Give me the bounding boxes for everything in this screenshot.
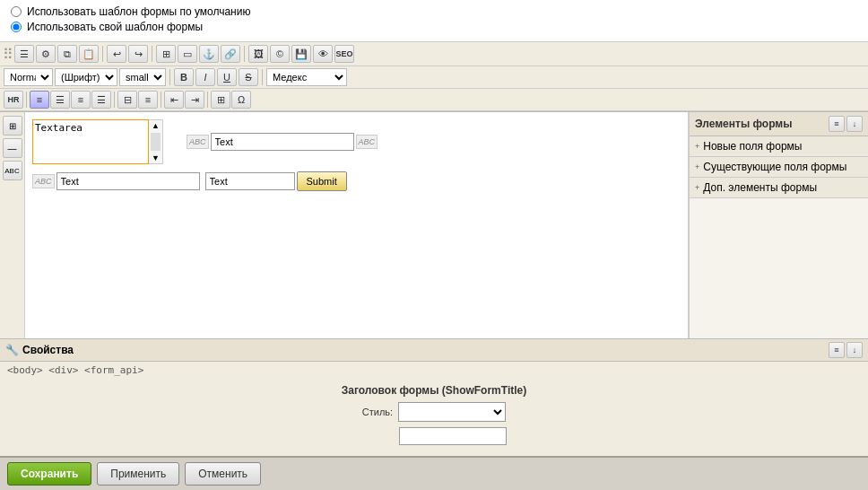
tb-icon-2[interactable]: ⚙ — [36, 45, 56, 63]
tb-italic[interactable]: I — [195, 68, 215, 86]
prop-text-input[interactable] — [399, 427, 507, 445]
save-button[interactable]: Сохранить — [7, 462, 91, 486]
sep1 — [102, 46, 103, 62]
text-input-left[interactable] — [56, 172, 200, 190]
text-input-bottom[interactable] — [205, 172, 295, 190]
font-face-select[interactable]: (Шрифт) — [55, 68, 117, 86]
option1-radio[interactable] — [11, 6, 22, 17]
properties-header-icons: ≡ ↓ — [829, 342, 863, 358]
panel-section-new: + Новые поля формы — [690, 136, 868, 157]
section-existing-label: Существующие поля формы — [703, 161, 846, 173]
option2-label[interactable]: Использовать свой шаблон формы — [11, 21, 857, 33]
prop-menu-icon[interactable]: ≡ — [829, 342, 845, 358]
expand-icon-existing: + — [695, 162, 699, 171]
tb-strike[interactable]: S — [239, 68, 258, 86]
tb-link[interactable]: 🔗 — [221, 45, 240, 63]
tb-icon-1[interactable]: ☰ — [14, 45, 34, 63]
right-panel: Элементы формы ≡ ↓ + Новые поля формы + … — [689, 112, 868, 338]
tb-indent-in[interactable]: ⇥ — [185, 91, 204, 109]
scroll-up-arrow[interactable]: ▲ — [149, 120, 162, 131]
left-icons: ⊞ — ABC — [0, 112, 25, 338]
tb-icon-3[interactable]: ⧉ — [57, 45, 77, 63]
tb-undo[interactable]: ↩ — [107, 45, 126, 63]
sep7 — [114, 92, 115, 108]
main-container: Использовать шаблон формы по умолчанию И… — [0, 0, 868, 490]
tb-ol[interactable]: ⊟ — [117, 91, 137, 109]
toolbar-area: ⠿ ☰ ⚙ ⧉ 📋 ↩ ↪ ⊞ ▭ ⚓ 🔗 🖼 © 💾 👁 SEO Normal — [0, 42, 868, 112]
tb-copyright[interactable]: © — [270, 45, 290, 63]
panel-section-extra: + Доп. элементы формы — [690, 178, 868, 198]
tb-seo[interactable]: SEO — [334, 45, 354, 63]
font-size-select[interactable]: small — [119, 68, 166, 86]
sep4 — [169, 69, 170, 85]
tb-indent-out[interactable]: ⇤ — [164, 91, 184, 109]
prop-style-select[interactable] — [398, 402, 506, 422]
form-row-2: ABC Submit — [32, 171, 681, 191]
right-panel-icons: ≡ ↓ — [829, 116, 863, 132]
panel-menu-icon[interactable]: ≡ — [829, 116, 845, 132]
content-area: ⊞ — ABC Textarea ▲ ▼ — [0, 112, 868, 338]
tb-icon-4[interactable]: 📋 — [79, 45, 99, 63]
font-style-select[interactable]: Normal — [4, 68, 53, 86]
sep6 — [26, 92, 27, 108]
editor-panel: Textarea ▲ ▼ ABC ABC — [25, 112, 689, 338]
tb-hr[interactable]: HR — [4, 91, 23, 109]
tb-underline[interactable]: U — [217, 68, 237, 86]
font-family-select[interactable]: Медекс — [266, 68, 347, 86]
bottom-bar: Сохранить Применить Отменить — [0, 456, 868, 490]
drag-handle-icon: ⠿ — [4, 45, 13, 63]
scroll-thumb — [151, 133, 161, 151]
top-options: Использовать шаблон формы по умолчанию И… — [0, 0, 868, 42]
form-textarea[interactable]: Textarea — [32, 119, 149, 164]
left-icon-toggle[interactable]: ⊞ — [3, 116, 22, 136]
toolbar-row3: HR ≡ ☰ ≡ ☰ ⊟ ≡ ⇤ ⇥ ⊞ Ω — [0, 89, 868, 111]
tb-align-center[interactable]: ☰ — [50, 91, 70, 109]
tb-img[interactable]: 🖼 — [248, 45, 268, 63]
abc-label-left: ABC — [32, 174, 55, 188]
scroll-down-arrow[interactable]: ▼ — [149, 153, 162, 163]
tb-save[interactable]: 💾 — [291, 45, 311, 63]
sep3 — [244, 46, 245, 62]
tb-anchor[interactable]: ⚓ — [199, 45, 219, 63]
tb-preview[interactable]: 👁 — [313, 45, 333, 63]
left-icon-abc[interactable]: ABC — [3, 161, 22, 180]
panel-section-extra-header[interactable]: + Доп. элементы формы — [690, 178, 868, 197]
tb-align-left-active[interactable]: ≡ — [30, 91, 49, 109]
panel-download-icon[interactable]: ↓ — [846, 116, 863, 132]
panel-section-new-header[interactable]: + Новые поля формы — [690, 136, 868, 156]
prop-form-title: Заголовок формы (ShowFormTitle) — [7, 384, 861, 397]
cancel-button[interactable]: Отменить — [185, 462, 261, 486]
textarea-wrapper: Textarea ▲ ▼ — [32, 119, 163, 164]
apply-button[interactable]: Применить — [97, 462, 179, 486]
right-panel-title: Элементы формы — [695, 118, 792, 130]
tb-ul[interactable]: ≡ — [138, 91, 158, 109]
text-field-right-wrapper: ABC ABC — [187, 133, 378, 151]
right-panel-header: Элементы формы ≡ ↓ — [690, 112, 868, 136]
abc-label-right2: ABC — [356, 135, 378, 149]
textarea-scrollbar: ▲ ▼ — [149, 119, 163, 164]
abc-label-right: ABC — [187, 135, 209, 149]
submit-button[interactable]: Submit — [297, 171, 347, 191]
tb-special1[interactable]: ⊞ — [211, 91, 230, 109]
sep8 — [161, 92, 161, 108]
tb-redo[interactable]: ↪ — [128, 45, 148, 63]
panel-section-existing-header[interactable]: + Существующие поля формы — [690, 157, 868, 177]
text-input-right[interactable] — [211, 133, 354, 151]
sep5 — [262, 69, 263, 85]
submit-wrapper: Submit — [205, 171, 347, 191]
tb-table[interactable]: ⊞ — [156, 45, 176, 63]
properties-header: 🔧 Свойства ≡ ↓ — [0, 339, 868, 362]
sep2 — [152, 46, 152, 62]
tb-bold[interactable]: B — [174, 68, 194, 86]
text-field-left-wrapper: ABC — [32, 172, 200, 190]
tb-align-justify[interactable]: ☰ — [91, 91, 111, 109]
option1-label[interactable]: Использовать шаблон формы по умолчанию — [11, 5, 857, 18]
option2-radio[interactable] — [11, 22, 22, 32]
prop-download-icon[interactable]: ↓ — [846, 342, 863, 358]
tb-align-right[interactable]: ≡ — [71, 91, 91, 109]
expand-icon-new: + — [695, 142, 699, 151]
properties-breadcrumb: <body> <div> <form_api> — [0, 362, 868, 379]
tb-box[interactable]: ▭ — [178, 45, 197, 63]
left-icon-dash[interactable]: — — [3, 138, 22, 158]
tb-special2[interactable]: Ω — [231, 91, 251, 109]
